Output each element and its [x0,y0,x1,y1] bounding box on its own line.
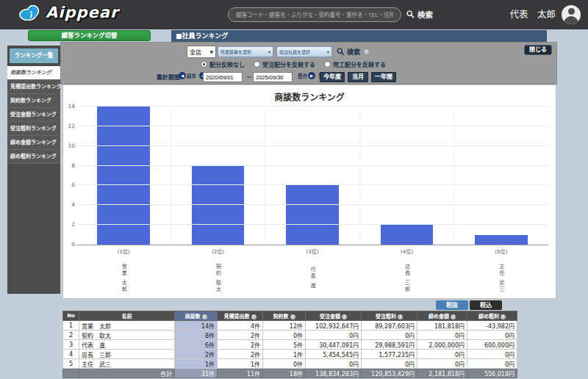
help-icon[interactable]: ? [251,314,257,320]
ranking-chart: 商談数ランキング 02468101214 (1位)営業 太郎(2位)契約 取太(… [62,84,556,299]
total-label: 合計 [79,369,175,378]
date-range-separator: ~ [246,73,252,81]
table-cell: 2,000,000円 [417,340,467,350]
radio-icon [324,61,331,68]
table-cell: 1,577,235円 [362,350,417,359]
distribution-radio-0[interactable]: 配分反映なし [201,60,245,68]
close-button[interactable]: 閉じる [524,45,552,55]
preset-button-0[interactable]: 今年度 [320,72,345,82]
rank-label: (5位) [454,248,548,255]
table-cell: 0件 [263,359,306,369]
table-cell: 1 [63,321,79,331]
chart-title: 商談数ランキング [63,90,556,103]
table-cell: 営業 太郎 [79,321,175,331]
distribution-radio-2[interactable]: 完工配分を反映する [324,60,386,68]
help-icon[interactable]: ? [202,314,207,320]
chart-bar-4 [475,235,527,245]
sidebar-title: ランキング一覧 [10,48,58,63]
table-cell: 89,287,603円 [362,321,417,331]
chart-x-labels: (1位)営業 太郎(2位)契約 取太(3位)代表 進(4位)店長 三郎(5位)主… [76,248,548,300]
sidebar-item-3[interactable]: 受注金額ランキング [7,108,60,122]
chart-plot-area: 02468101214 [76,107,548,245]
tax-toggle: 税抜 税込 [436,300,502,310]
table-cell: 5,454,545円 [306,350,362,359]
prev-year-button[interactable]: ◀ 前年 [179,72,196,79]
help-icon[interactable]: ? [290,314,295,320]
distribution-radio-1[interactable]: 受注配分を反映する [254,60,315,68]
department-select-value: 所属部署を選択 [220,48,251,55]
help-icon[interactable]: ? [398,314,403,320]
column-header-0: No [63,311,79,321]
store-select[interactable]: 全店 ▼ [187,46,216,58]
table-cell: 2件 [175,350,218,359]
chevron-down-icon: ▼ [209,49,213,54]
period-label: 集計期間 [157,73,180,81]
total-cell: 11件 [218,369,263,378]
global-search-input[interactable] [228,7,401,22]
global-search-label: 検索 [417,9,433,20]
user-avatar-icon[interactable] [562,5,581,24]
sidebar-item-2[interactable]: 契約数ランキング [7,94,60,108]
total-cell: 138,834,283円 [306,369,362,378]
chevron-down-icon: ▾ [268,49,270,54]
staff-select-value: 担当社員を選択 [279,48,310,55]
table-cell: 3 [63,340,79,350]
rank-label: (3位) [265,248,359,255]
sidebar-item-1[interactable]: 見積提出数ランキング [7,80,60,94]
tax-included-button[interactable]: 税込 [470,300,502,310]
table-cell: 181,818円 [417,321,467,331]
table-cell: 4件 [218,321,263,331]
global-search-button[interactable]: 検索 [406,9,433,20]
sidebar-item-0[interactable]: 商談数ランキング [7,66,60,80]
employee-name-label: 店長 三郎 [403,257,410,300]
date-to-input[interactable] [253,72,293,82]
filter-panel: 全店 ▼ 所属部署を選択 ▾ 担当社員を選択 ▾ 検索 ? 閉じる 配分反映なし… [60,42,557,84]
table-header-row: No名前商談数?見積提出数?契約数?受注金額?受注粗利?締め金額?締め粗利? [63,311,517,321]
sidebar-item-6[interactable]: 締め粗利ランキング [7,150,60,164]
total-cell: 2,181,818円 [417,369,467,378]
sidebar-item-4[interactable]: 受注粗利ランキング [7,122,60,136]
table-cell: 29,988,591円 [362,340,417,350]
table-cell: 2 [63,331,79,340]
preset-button-1[interactable]: 当月 [348,72,368,82]
table-cell: 主任 武三 [79,359,175,369]
x-axis-label-3: (4位)店長 三郎 [359,248,453,300]
tax-excluded-button[interactable]: 税抜 [436,300,468,310]
table-cell: 6件 [175,340,218,350]
filter-search-button[interactable]: 検索 ? [337,47,369,57]
help-icon[interactable]: ? [342,314,347,320]
column-header-8: 締め粗利? [467,311,517,321]
gridline [76,184,548,185]
rank-label: (2位) [171,248,265,255]
distribution-radio-group: 配分反映なし受注配分を反映する完工配分を反映する [201,60,386,68]
user-name[interactable]: 代表 太郎 [509,0,556,29]
help-icon[interactable]: ? [501,314,506,320]
staff-select[interactable]: 担当社員を選択 ▾ [276,46,332,57]
radio-label: 配分反映なし [209,60,245,68]
preset-button-2[interactable]: 一年間 [371,72,396,82]
sidebar-item-5[interactable]: 締め金額ランキング [7,136,60,150]
total-cell: 556,018円 [467,369,517,378]
column-header-4: 契約数? [263,311,306,321]
next-month-button[interactable]: 翌月 ▶ [298,72,315,79]
table-cell: -43,982円 [467,321,517,331]
search-icon [406,10,415,18]
table-cell: 0円 [306,331,362,340]
chart-bar-2 [286,185,338,245]
date-from-input[interactable] [203,72,243,82]
help-icon[interactable]: ? [451,314,456,320]
table-cell: 0円 [362,359,417,369]
table-row: 4店長 三郎2件2件1件5,454,545円1,577,235円0円0円 [63,350,517,359]
ranking-table: No名前商談数?見積提出数?契約数?受注金額?受注粗利?締め金額?締め粗利? 1… [62,311,517,378]
table-cell: 2件 [218,331,263,340]
customer-ranking-switch-button[interactable]: 顧客ランキング切替 [28,30,151,41]
table-cell: 0円 [362,331,417,340]
column-header-2: 商談数? [175,311,218,321]
search-icon [337,48,345,56]
department-select[interactable]: 所属部署を選択 ▾ [218,46,273,57]
gridline [76,106,548,107]
app-window: Aippear 検索 代表 太郎 顧客ランキング切替 ■社員ランキング ランキン… [0,0,588,379]
table-cell: 14件 [175,321,218,331]
column-header-7: 締め金額? [417,311,467,321]
help-icon[interactable]: ? [364,49,369,54]
